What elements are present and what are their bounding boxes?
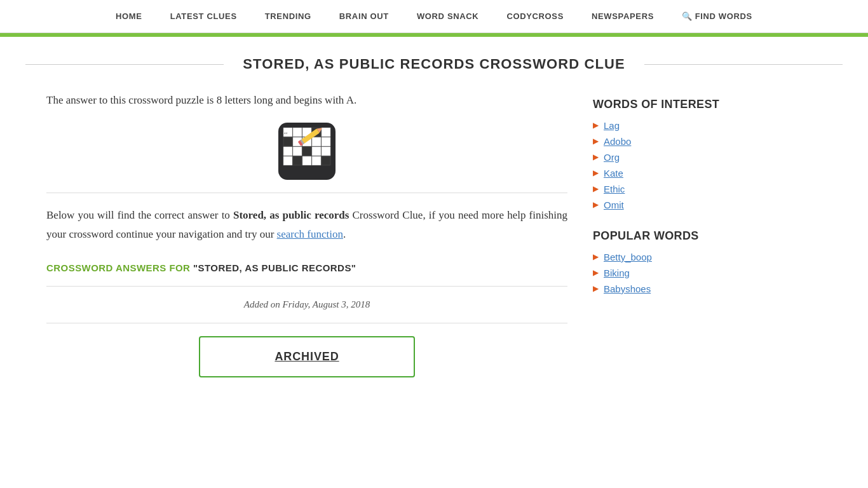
- popular-words-title: POPULAR WORDS: [593, 229, 745, 243]
- words-of-interest-title: WORDS OF INTEREST: [593, 98, 745, 111]
- answer-title: ARCHIVED: [275, 350, 339, 363]
- arrow-icon: ▶: [593, 137, 599, 146]
- list-item: ▶ Biking: [593, 268, 745, 278]
- added-date: Added on Friday, August 3, 2018: [46, 299, 567, 310]
- content-area: The answer to this crossword puzzle is 8…: [46, 92, 567, 377]
- list-item: ▶ Org: [593, 152, 745, 163]
- main-layout: The answer to this crossword puzzle is 8…: [21, 79, 847, 390]
- words-of-interest-list: ▶ Lag ▶ Adobo ▶ Org ▶ Kate ▶ Ethic: [593, 120, 745, 210]
- svg-rect-12: [293, 147, 302, 156]
- search-icon: 🔍: [682, 11, 693, 21]
- page-title-section: STORED, AS PUBLIC RECORDS CROSSWORD CLUE: [0, 37, 868, 79]
- list-item: ▶ Omit: [593, 200, 745, 210]
- list-item: ▶ Lag: [593, 120, 745, 131]
- sidebar: WORDS OF INTEREST ▶ Lag ▶ Adobo ▶ Org ▶ …: [593, 92, 745, 377]
- sidebar-link-babyshoes[interactable]: Babyshoes: [604, 283, 651, 294]
- svg-rect-5: [322, 128, 330, 137]
- svg-rect-16: [283, 156, 292, 165]
- main-nav: HOME LATEST CLUES TRENDING BRAIN OUT WOR…: [0, 0, 868, 33]
- nav-codycross[interactable]: CODYCROSS: [492, 0, 578, 32]
- title-line-left: [25, 64, 224, 65]
- arrow-icon: ▶: [593, 268, 599, 278]
- crossword-image-wrapper: 44: [46, 123, 567, 180]
- body-end: .: [343, 228, 346, 240]
- svg-rect-15: [322, 147, 330, 156]
- svg-rect-10: [322, 137, 330, 146]
- nav-find-words[interactable]: 🔍 FIND WORDS: [668, 0, 766, 32]
- answers-query: "STORED, AS PUBLIC RECORDS": [193, 262, 356, 273]
- sidebar-link-adobo[interactable]: Adobo: [604, 136, 631, 147]
- nav-trending[interactable]: TRENDING: [251, 0, 325, 32]
- popular-words-list: ▶ Betty_boop ▶ Biking ▶ Babyshoes: [593, 252, 745, 294]
- nav-brain-out[interactable]: BRAIN OUT: [325, 0, 403, 32]
- arrow-icon: ▶: [593, 252, 599, 262]
- list-item: ▶ Ethic: [593, 184, 745, 194]
- divider-3: [46, 323, 567, 323]
- arrow-icon: ▶: [593, 168, 599, 178]
- intro-text: The answer to this crossword puzzle is 8…: [46, 92, 567, 110]
- arrow-icon: ▶: [593, 152, 599, 162]
- body-before: Below you will find the correct answer t…: [46, 209, 233, 221]
- sidebar-link-omit[interactable]: Omit: [604, 200, 624, 210]
- nav-home[interactable]: HOME: [102, 0, 156, 32]
- svg-rect-6: [283, 137, 292, 146]
- body-bold: Stored, as public records: [233, 209, 349, 221]
- sidebar-link-kate[interactable]: Kate: [604, 168, 623, 179]
- nav-newspapers[interactable]: NEWSPAPERS: [578, 0, 668, 32]
- arrow-icon: ▶: [593, 184, 599, 194]
- answer-box: ARCHIVED: [199, 336, 415, 377]
- list-item: ▶ Kate: [593, 168, 745, 179]
- list-item: ▶ Adobo: [593, 136, 745, 147]
- popular-words-section: POPULAR WORDS ▶ Betty_boop ▶ Biking ▶ Ba…: [593, 229, 745, 294]
- nav-latest-clues[interactable]: LATEST CLUES: [156, 0, 251, 32]
- answers-heading: CROSSWORD ANSWERS FOR "STORED, AS PUBLIC…: [46, 262, 567, 273]
- svg-rect-11: [283, 147, 292, 156]
- sidebar-link-org[interactable]: Org: [604, 152, 620, 163]
- arrow-icon: ▶: [593, 284, 599, 294]
- arrow-icon: ▶: [593, 121, 599, 130]
- divider-2: [46, 286, 567, 287]
- svg-rect-18: [302, 156, 311, 165]
- title-line-right: [644, 64, 843, 65]
- sidebar-link-lag[interactable]: Lag: [604, 120, 620, 131]
- svg-rect-9: [312, 137, 321, 146]
- arrow-icon: ▶: [593, 200, 599, 210]
- svg-rect-17: [293, 156, 302, 165]
- list-item: ▶ Babyshoes: [593, 283, 745, 294]
- svg-text:44: 44: [284, 132, 288, 135]
- svg-rect-13: [302, 147, 311, 156]
- sidebar-link-betty-boop[interactable]: Betty_boop: [604, 252, 652, 262]
- sidebar-link-ethic[interactable]: Ethic: [604, 184, 625, 194]
- svg-rect-20: [322, 156, 330, 165]
- search-function-link[interactable]: search function: [277, 228, 343, 240]
- svg-rect-2: [293, 128, 302, 137]
- answers-section: CROSSWORD ANSWERS FOR "STORED, AS PUBLIC…: [46, 262, 567, 377]
- sidebar-link-biking[interactable]: Biking: [604, 268, 630, 278]
- nav-word-snack[interactable]: WORD SNACK: [403, 0, 493, 32]
- divider-1: [46, 193, 567, 193]
- body-text: Below you will find the correct answer t…: [46, 206, 567, 244]
- words-of-interest-section: WORDS OF INTEREST ▶ Lag ▶ Adobo ▶ Org ▶ …: [593, 98, 745, 210]
- svg-rect-19: [312, 156, 321, 165]
- answers-label: CROSSWORD ANSWERS FOR: [46, 262, 193, 273]
- svg-rect-14: [312, 147, 321, 156]
- page-title: STORED, AS PUBLIC RECORDS CROSSWORD CLUE: [224, 56, 644, 72]
- list-item: ▶ Betty_boop: [593, 252, 745, 262]
- crossword-puzzle-icon: 44: [278, 123, 336, 180]
